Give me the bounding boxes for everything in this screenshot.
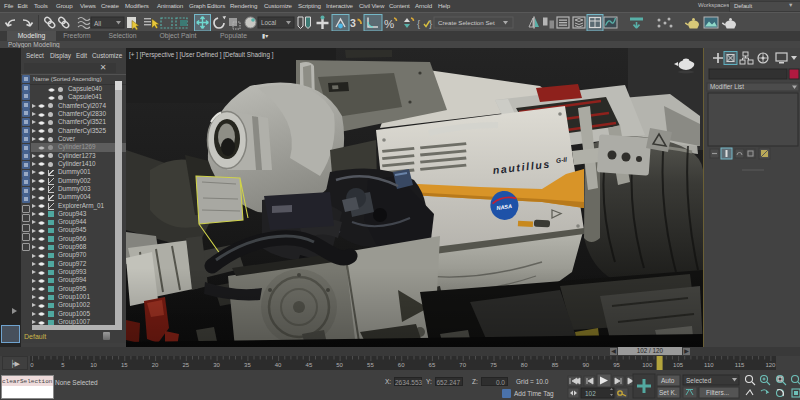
svg-text:50: 50 [336,362,343,368]
svg-text:102: 102 [585,390,596,397]
svg-text:25: 25 [182,362,189,368]
svg-text:60: 60 [398,362,405,368]
svg-text:70: 70 [459,362,466,368]
svg-text:85: 85 [552,362,559,368]
svg-text:Local: Local [261,19,276,26]
svg-text:100: 100 [642,362,653,368]
svg-text:115: 115 [735,362,745,368]
svg-text:105: 105 [673,362,684,368]
svg-text:{: { [417,18,420,29]
svg-text:}: } [429,18,432,29]
svg-text:30: 30 [213,362,220,368]
svg-text:3: 3 [350,17,356,29]
svg-text:110: 110 [704,362,714,368]
svg-text:10: 10 [90,362,97,368]
svg-text:55: 55 [367,362,374,368]
svg-text:75: 75 [490,362,497,368]
svg-text:G-II: G-II [556,156,568,164]
svg-text:%: % [384,18,394,30]
svg-text:45: 45 [306,362,313,368]
svg-text:65: 65 [429,362,436,368]
svg-text:Auto: Auto [661,377,675,384]
svg-text:120: 120 [765,362,776,368]
svg-text:90: 90 [582,362,589,368]
svg-text:5: 5 [61,362,65,368]
svg-text:95: 95 [613,362,620,368]
svg-text:Set K.: Set K. [659,389,677,396]
svg-text:All: All [94,20,102,27]
svg-text:[+ ] [Perspective ] [User Def: [+ ] [Perspective ] [User Defined ] [Def… [129,51,274,59]
svg-text:20: 20 [152,362,159,368]
svg-text:Selected: Selected [686,377,712,384]
svg-text:0: 0 [30,362,34,368]
svg-text:Filters...: Filters... [706,389,729,396]
svg-text:Modifier List: Modifier List [710,83,744,90]
svg-text:80: 80 [521,362,528,368]
svg-text:15: 15 [121,362,128,368]
svg-text:40: 40 [275,362,282,368]
svg-text:Create Selection Set: Create Selection Set [438,19,495,26]
svg-text:35: 35 [244,362,251,368]
